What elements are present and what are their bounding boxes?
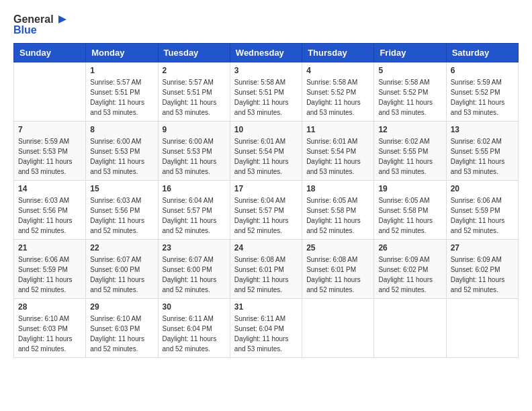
- day-number: 16: [163, 184, 226, 193]
- logo-triangle-icon: [55, 13, 67, 26]
- day-number: 8: [90, 125, 153, 134]
- day-info: Sunrise: 6:08 AMSunset: 6:01 PMDaylight:…: [234, 255, 298, 295]
- header-thursday: Thursday: [302, 43, 374, 62]
- day-number: 19: [378, 184, 441, 193]
- day-cell: 7Sunrise: 5:59 AMSunset: 5:53 PMDaylight…: [14, 121, 86, 180]
- day-cell: 21Sunrise: 6:06 AMSunset: 5:59 PMDayligh…: [14, 239, 86, 298]
- day-info: Sunrise: 6:04 AMSunset: 5:57 PMDaylight:…: [163, 195, 226, 236]
- day-cell: 17Sunrise: 6:04 AMSunset: 5:57 PMDayligh…: [230, 180, 302, 239]
- day-info: Sunrise: 6:00 AMSunset: 5:53 PMDaylight:…: [90, 136, 153, 177]
- day-cell: 15Sunrise: 6:03 AMSunset: 5:56 PMDayligh…: [86, 180, 158, 239]
- day-cell: 9Sunrise: 6:00 AMSunset: 5:53 PMDaylight…: [158, 121, 230, 180]
- day-number: 5: [378, 66, 441, 75]
- week-row-1: 7Sunrise: 5:59 AMSunset: 5:53 PMDaylight…: [14, 121, 519, 180]
- day-info: Sunrise: 6:11 AMSunset: 6:04 PMDaylight:…: [163, 314, 226, 354]
- day-info: Sunrise: 6:06 AMSunset: 5:59 PMDaylight:…: [451, 195, 514, 236]
- day-cell: 1Sunrise: 5:57 AMSunset: 5:51 PMDaylight…: [86, 62, 158, 121]
- day-cell: 19Sunrise: 6:05 AMSunset: 5:58 PMDayligh…: [374, 180, 446, 239]
- day-cell: [14, 62, 86, 121]
- day-number: 23: [163, 243, 226, 253]
- day-cell: 13Sunrise: 6:02 AMSunset: 5:55 PMDayligh…: [446, 121, 518, 180]
- day-info: Sunrise: 5:57 AMSunset: 5:51 PMDaylight:…: [90, 77, 153, 118]
- day-info: Sunrise: 6:09 AMSunset: 6:02 PMDaylight:…: [378, 255, 441, 295]
- header-friday: Friday: [374, 43, 446, 62]
- day-info: Sunrise: 6:02 AMSunset: 5:55 PMDaylight:…: [451, 136, 514, 177]
- logo: General Blue: [13, 13, 67, 36]
- day-number: 7: [18, 125, 81, 134]
- day-number: 12: [378, 125, 441, 134]
- day-number: 14: [18, 184, 81, 193]
- calendar-table: SundayMondayTuesdayWednesdayThursdayFrid…: [13, 43, 519, 358]
- day-cell: 24Sunrise: 6:08 AMSunset: 6:01 PMDayligh…: [230, 239, 302, 298]
- header-sunday: Sunday: [14, 43, 86, 62]
- day-info: Sunrise: 5:58 AMSunset: 5:52 PMDaylight:…: [306, 77, 369, 118]
- day-cell: 27Sunrise: 6:09 AMSunset: 6:02 PMDayligh…: [446, 239, 518, 298]
- day-cell: [446, 298, 518, 357]
- day-info: Sunrise: 5:57 AMSunset: 5:51 PMDaylight:…: [163, 77, 226, 118]
- day-cell: 30Sunrise: 6:11 AMSunset: 6:04 PMDayligh…: [158, 298, 230, 357]
- day-info: Sunrise: 6:10 AMSunset: 6:03 PMDaylight:…: [18, 314, 81, 354]
- day-cell: [374, 298, 446, 357]
- day-number: 22: [90, 243, 153, 253]
- day-number: 13: [451, 125, 514, 134]
- day-info: Sunrise: 6:07 AMSunset: 6:00 PMDaylight:…: [90, 255, 153, 295]
- day-info: Sunrise: 6:01 AMSunset: 5:54 PMDaylight:…: [234, 136, 298, 177]
- day-info: Sunrise: 6:03 AMSunset: 5:56 PMDaylight:…: [18, 195, 81, 236]
- day-cell: 11Sunrise: 6:01 AMSunset: 5:54 PMDayligh…: [302, 121, 374, 180]
- day-number: 10: [234, 125, 298, 134]
- logo-blue: Blue: [13, 24, 67, 36]
- day-cell: [302, 298, 374, 357]
- day-cell: 5Sunrise: 5:58 AMSunset: 5:52 PMDaylight…: [374, 62, 446, 121]
- day-cell: 23Sunrise: 6:07 AMSunset: 6:00 PMDayligh…: [158, 239, 230, 298]
- week-row-2: 14Sunrise: 6:03 AMSunset: 5:56 PMDayligh…: [14, 180, 519, 239]
- header-monday: Monday: [86, 43, 158, 62]
- day-cell: 12Sunrise: 6:02 AMSunset: 5:55 PMDayligh…: [374, 121, 446, 180]
- day-info: Sunrise: 6:04 AMSunset: 5:57 PMDaylight:…: [234, 195, 298, 236]
- day-info: Sunrise: 6:01 AMSunset: 5:54 PMDaylight:…: [306, 136, 369, 177]
- day-number: 6: [451, 66, 514, 75]
- week-row-0: 1Sunrise: 5:57 AMSunset: 5:51 PMDaylight…: [14, 62, 519, 121]
- day-info: Sunrise: 6:02 AMSunset: 5:55 PMDaylight:…: [378, 136, 441, 177]
- day-info: Sunrise: 6:03 AMSunset: 5:56 PMDaylight:…: [90, 195, 153, 236]
- logo-container: General Blue: [13, 13, 67, 36]
- day-cell: 18Sunrise: 6:05 AMSunset: 5:58 PMDayligh…: [302, 180, 374, 239]
- day-cell: 26Sunrise: 6:09 AMSunset: 6:02 PMDayligh…: [374, 239, 446, 298]
- day-number: 9: [163, 125, 226, 134]
- day-number: 11: [306, 125, 369, 134]
- day-cell: 10Sunrise: 6:01 AMSunset: 5:54 PMDayligh…: [230, 121, 302, 180]
- header-tuesday: Tuesday: [158, 43, 230, 62]
- day-cell: 20Sunrise: 6:06 AMSunset: 5:59 PMDayligh…: [446, 180, 518, 239]
- day-info: Sunrise: 6:05 AMSunset: 5:58 PMDaylight:…: [378, 195, 441, 236]
- day-number: 20: [451, 184, 514, 193]
- calendar-header-row: SundayMondayTuesdayWednesdayThursdayFrid…: [14, 43, 519, 62]
- day-cell: 29Sunrise: 6:10 AMSunset: 6:03 PMDayligh…: [86, 298, 158, 357]
- day-number: 21: [18, 243, 81, 253]
- day-number: 25: [306, 243, 369, 253]
- day-info: Sunrise: 5:58 AMSunset: 5:51 PMDaylight:…: [234, 77, 298, 118]
- header-wednesday: Wednesday: [230, 43, 302, 62]
- day-number: 28: [18, 302, 81, 312]
- day-info: Sunrise: 5:58 AMSunset: 5:52 PMDaylight:…: [378, 77, 441, 118]
- day-number: 15: [90, 184, 153, 193]
- week-row-4: 28Sunrise: 6:10 AMSunset: 6:03 PMDayligh…: [14, 298, 519, 357]
- page-header: General Blue: [13, 13, 519, 36]
- day-number: 26: [378, 243, 441, 253]
- svg-marker-0: [58, 15, 66, 24]
- day-cell: 25Sunrise: 6:08 AMSunset: 6:01 PMDayligh…: [302, 239, 374, 298]
- header-saturday: Saturday: [446, 43, 518, 62]
- day-info: Sunrise: 6:07 AMSunset: 6:00 PMDaylight:…: [163, 255, 226, 295]
- day-number: 17: [234, 184, 298, 193]
- day-info: Sunrise: 5:59 AMSunset: 5:52 PMDaylight:…: [451, 77, 514, 118]
- day-number: 29: [90, 302, 153, 312]
- day-number: 24: [234, 243, 298, 253]
- day-info: Sunrise: 6:06 AMSunset: 5:59 PMDaylight:…: [18, 255, 81, 295]
- day-cell: 14Sunrise: 6:03 AMSunset: 5:56 PMDayligh…: [14, 180, 86, 239]
- day-cell: 16Sunrise: 6:04 AMSunset: 5:57 PMDayligh…: [158, 180, 230, 239]
- day-info: Sunrise: 6:00 AMSunset: 5:53 PMDaylight:…: [163, 136, 226, 177]
- day-number: 18: [306, 184, 369, 193]
- day-info: Sunrise: 6:05 AMSunset: 5:58 PMDaylight:…: [306, 195, 369, 236]
- day-info: Sunrise: 6:11 AMSunset: 6:04 PMDaylight:…: [234, 314, 298, 354]
- day-number: 1: [90, 66, 153, 75]
- day-number: 3: [234, 66, 298, 75]
- day-number: 27: [451, 243, 514, 253]
